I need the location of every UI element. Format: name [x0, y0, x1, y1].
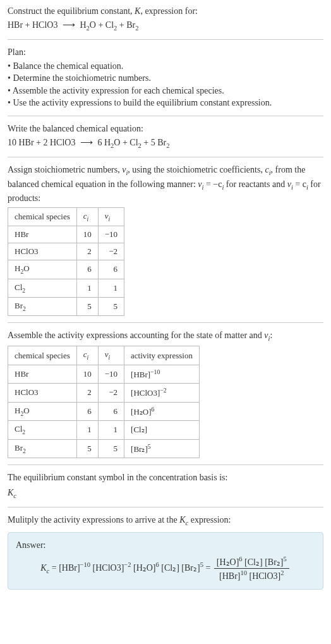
assign-d: for reactants and: [224, 179, 287, 189]
eq: =: [49, 563, 59, 573]
intro-prefix: Construct the equilibrium constant,: [8, 6, 135, 16]
table-header-row: chemical species ci νi activity expressi…: [8, 346, 200, 365]
divider: [8, 157, 323, 157]
arrow-icon: ⟶: [78, 137, 95, 149]
eqn-rhs-br: + Br: [117, 20, 135, 30]
cell-species: Cl2: [8, 279, 77, 297]
divider: [8, 507, 323, 507]
cell-vi: −2: [98, 384, 124, 403]
kc-symbol: Kc: [8, 487, 323, 501]
plan-item: Assemble the activity expression for eac…: [8, 85, 323, 97]
bal-rhs-br: + 5 Br: [141, 138, 166, 147]
intro-suffix: , expression for:: [140, 6, 198, 16]
bal-rhs-br2: 2: [166, 142, 169, 149]
table-row: H2O 6 6: [8, 260, 124, 279]
cell-ci: 1: [76, 279, 98, 297]
col-vi: νi: [98, 207, 124, 226]
cell-activity: [HBr]−10: [124, 365, 200, 384]
table-row: Br2 5 5: [8, 297, 124, 315]
cell-species: HBr: [8, 226, 77, 243]
mult-a: Mulitply the activity expressions to arr…: [8, 515, 179, 525]
table-row: Br2 5 5 [Br₂]5: [8, 439, 200, 458]
intro-block: Construct the equilibrium constant, K, e…: [8, 5, 323, 33]
table-row: Cl2 1 1: [8, 279, 124, 297]
cell-species: Cl2: [8, 421, 77, 439]
cell-species: HClO3: [8, 243, 77, 260]
table-row: HClO3 2 −2 [HClO3]−2: [8, 384, 200, 403]
plan-title: Plan:: [8, 46, 323, 59]
intro-K: K: [135, 6, 140, 16]
eqn-rhs-ocl: O + Cl: [90, 20, 114, 30]
cell-vi: −10: [98, 226, 124, 243]
divider: [8, 465, 323, 465]
plan-list: Balance the chemical equation. Determine…: [8, 60, 323, 109]
term: [Cl₂] [Br₂]: [159, 563, 200, 573]
intro-equation: HBr + HClO3 ⟶ H2O + Cl2 + Br2: [8, 19, 323, 33]
cell-activity: [Br₂]5: [124, 439, 200, 458]
assign-block: Assign stoichiometric numbers, νi, using…: [8, 164, 323, 316]
eq1r: = −c: [203, 179, 222, 189]
term: [HClO3]: [90, 563, 124, 573]
plan-item: Determine the stoichiometric numbers.: [8, 72, 323, 85]
K: K: [179, 515, 185, 525]
col-activity: activity expression: [124, 346, 200, 365]
col-ci: ci: [76, 346, 98, 365]
bal-rhs-ocl: O + Cl: [114, 138, 138, 147]
answer-label: Answer:: [16, 539, 315, 552]
cell-species: HClO3: [8, 384, 77, 403]
cell-ci: 2: [76, 384, 98, 403]
plan-block: Plan: Balance the chemical equation. Det…: [8, 46, 323, 109]
activity-table: chemical species ci νi activity expressi…: [8, 346, 200, 458]
assemble-block: Assemble the activity expressions accoun…: [8, 329, 323, 458]
cell-vi: 5: [98, 439, 124, 458]
cell-species: H2O: [8, 402, 77, 421]
assemble-text: Assemble the activity expressions accoun…: [8, 329, 323, 343]
plan-item: Balance the chemical equation.: [8, 60, 323, 73]
assign-b: , using the stoichiometric coefficients,: [128, 165, 265, 174]
eq2r: = c: [293, 179, 306, 189]
arrow-icon: ⟶: [60, 19, 78, 32]
multiply-text: Mulitply the activity expressions to arr…: [8, 514, 323, 528]
eq: =: [203, 563, 213, 573]
assemble-a: Assemble the activity expressions accoun…: [8, 331, 264, 340]
frac-den: [HBr]10 [HClO3]2: [214, 569, 289, 582]
stoich-table: chemical species ci νi HBr 10 −10 HClO3 …: [8, 207, 124, 316]
cell-species: H2O: [8, 260, 77, 279]
cell-vi: −10: [98, 365, 124, 384]
eqn-rhs-br2: 2: [135, 24, 138, 31]
intro-text: Construct the equilibrium constant, K, e…: [8, 5, 323, 18]
multiply-block: Mulitply the activity expressions to arr…: [8, 514, 323, 590]
cell-ci: 10: [76, 226, 98, 243]
answer-equation: Kc = [HBr]−10 [HClO3]−2 [H₂O]6 [Cl₂] [Br…: [16, 555, 315, 583]
exp: −2: [124, 561, 131, 568]
col-species: chemical species: [8, 346, 77, 365]
kc-basis-block: The equilibrium constant symbol in the c…: [8, 471, 323, 501]
kc-basis-text: The equilibrium constant symbol in the c…: [8, 471, 323, 484]
cell-ci: 1: [76, 421, 98, 439]
term: [HBr]: [59, 563, 80, 573]
table-row: HBr 10 −10 [HBr]−10: [8, 365, 200, 384]
cell-species: Br2: [8, 439, 77, 458]
table-row: HClO3 2 −2: [8, 243, 124, 260]
K-sub: c: [13, 492, 16, 499]
cell-species: HBr: [8, 365, 77, 384]
cell-ci: 6: [76, 402, 98, 421]
K: K: [8, 488, 13, 497]
balanced-block: Write the balanced chemical equation: 10…: [8, 123, 323, 150]
balanced-equation: 10 HBr + 2 HClO3 ⟶ 6 H2O + Cl2 + 5 Br2: [8, 137, 323, 150]
answer-box: Answer: Kc = [HBr]−10 [HClO3]−2 [H₂O]6 […: [8, 532, 323, 590]
col-ci: ci: [76, 207, 98, 226]
table-header-row: chemical species ci νi: [8, 207, 124, 226]
exp: −10: [80, 561, 90, 568]
plan-item: Use the activity expressions to build th…: [8, 97, 323, 109]
balanced-title: Write the balanced chemical equation:: [8, 123, 323, 135]
col-vi: νi: [98, 346, 124, 365]
cell-activity: [Cl₂]: [124, 421, 200, 439]
eqn-rhs-h: H: [80, 20, 86, 30]
col-species: chemical species: [8, 207, 77, 226]
cell-vi: 5: [98, 297, 124, 315]
mult-b: expression:: [188, 515, 231, 525]
cell-ci: 10: [76, 365, 98, 384]
cell-vi: 6: [98, 402, 124, 421]
fraction: [H₂O]6 [Cl₂] [Br₂]5[HBr]10 [HClO3]2: [214, 555, 289, 583]
